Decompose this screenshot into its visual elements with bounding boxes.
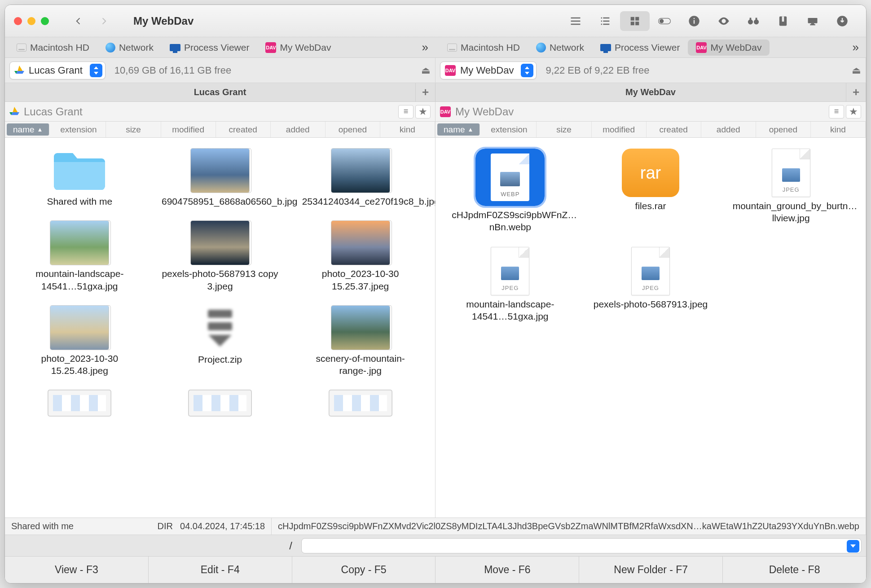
eject-left-icon[interactable]: ⏏: [421, 65, 431, 76]
file-item[interactable]: Project.zip: [159, 306, 281, 377]
file-item[interactable]: Shared with me: [19, 149, 140, 207]
file-item[interactable]: [300, 390, 421, 419]
tab-macintosh-hd[interactable]: Macintosh HD: [9, 37, 97, 57]
preview-icon[interactable]: [709, 11, 739, 31]
webp-icon: WEBP: [475, 149, 545, 206]
cmd-view[interactable]: View - F3: [5, 557, 149, 583]
mini-list-icon[interactable]: ≡: [398, 105, 414, 118]
file-item[interactable]: [159, 390, 281, 419]
file-item[interactable]: JPEGpexels-photo-5687913.jpeg: [590, 247, 711, 323]
file-item[interactable]: JPEGmountain_ground_by_burtn…llview.jpg: [730, 149, 852, 233]
column-opened[interactable]: opened: [326, 122, 380, 137]
cmd-copy[interactable]: Copy - F5: [292, 557, 436, 583]
eject-right-icon[interactable]: ⏏: [852, 65, 861, 76]
stepper-icon[interactable]: [90, 64, 102, 77]
column-added[interactable]: added: [701, 122, 756, 137]
maximize-button[interactable]: [41, 17, 49, 25]
add-tab-left-icon[interactable]: +: [415, 83, 435, 101]
webdav-icon: DAV: [440, 106, 451, 117]
column-modified[interactable]: modified: [161, 122, 216, 137]
cmd-move[interactable]: Move - F6: [436, 557, 579, 583]
cmd-new-folder[interactable]: New Folder - F7: [579, 557, 723, 583]
segment-right[interactable]: My WebDav +: [436, 83, 866, 102]
back-button[interactable]: [65, 11, 91, 31]
image-thumbnail: [331, 221, 390, 265]
drive-selector-right[interactable]: DAV My WebDav: [440, 61, 537, 79]
forward-button[interactable]: [91, 11, 117, 31]
column-name[interactable]: name▲: [7, 123, 49, 136]
file-name: pexels-photo-5687913 copy 3.jpeg: [162, 268, 278, 292]
tab-macintosh-hd[interactable]: Macintosh HD: [439, 37, 528, 57]
view-grid-icon[interactable]: [620, 11, 650, 31]
column-size[interactable]: size: [537, 122, 591, 137]
file-item[interactable]: 25341240344_ce270f19c8_b.jpg: [300, 149, 421, 207]
column-created[interactable]: created: [647, 122, 701, 137]
file-name: mountain-landscape-14541…51gxa.jpg: [21, 268, 138, 292]
cmd-edit[interactable]: Edit - F4: [149, 557, 292, 583]
drive-label: My WebDav: [460, 65, 514, 76]
jpeg-file-icon: JPEG: [772, 149, 810, 197]
binoculars-icon[interactable]: [739, 11, 768, 31]
archive-icon[interactable]: [768, 11, 798, 31]
column-opened[interactable]: opened: [756, 122, 811, 137]
file-item[interactable]: mountain-landscape-14541…51gxa.jpg: [19, 221, 140, 292]
file-item[interactable]: 6904758951_6868a06560_b.jpg: [159, 149, 281, 207]
file-item[interactable]: rarfiles.rar: [590, 149, 711, 233]
pane-left[interactable]: Shared with me6904758951_6868a06560_b.jp…: [5, 138, 436, 518]
svg-rect-13: [810, 24, 815, 25]
webdav-icon: DAV: [265, 42, 276, 53]
minimize-button[interactable]: [27, 17, 35, 25]
download-icon[interactable]: [827, 11, 857, 31]
file-name: photo_2023-10-30 15.25.37.jpeg: [302, 268, 419, 292]
file-item[interactable]: [19, 390, 140, 419]
more-tabs-icon[interactable]: »: [415, 40, 436, 54]
folder-icon: [50, 149, 109, 193]
more-tabs-icon[interactable]: »: [845, 40, 866, 54]
toggle-icon[interactable]: [650, 11, 679, 31]
info-icon[interactable]: [679, 11, 709, 31]
cmd-delete[interactable]: Delete - F8: [723, 557, 866, 583]
column-modified[interactable]: modified: [592, 122, 647, 137]
file-item[interactable]: WEBPcHJpdmF0ZS9sci9pbWFnZ…nBn.webp: [449, 149, 571, 233]
drive-row: Lucas Grant 10,69 GB of 16,11 GB free ⏏ …: [5, 58, 866, 83]
segment-left[interactable]: Lucas Grant +: [5, 83, 436, 102]
column-added[interactable]: added: [271, 122, 326, 137]
file-item[interactable]: photo_2023-10-30 15.25.48.jpeg: [19, 306, 140, 377]
column-size[interactable]: size: [106, 122, 161, 137]
file-item[interactable]: photo_2023-10-30 15.25.37.jpeg: [300, 221, 421, 292]
column-extension[interactable]: extension: [482, 122, 537, 137]
column-created[interactable]: created: [216, 122, 271, 137]
tab-network[interactable]: Network: [97, 37, 162, 57]
crumb-right-label[interactable]: My WebDav: [455, 105, 514, 118]
column-kind[interactable]: kind: [380, 122, 435, 137]
close-button[interactable]: [14, 17, 22, 25]
file-item[interactable]: scenery-of-mountain-range-.jpg: [300, 306, 421, 377]
free-space-right: 9,22 EB of 9,22 EB free: [545, 65, 649, 76]
tab-process-viewer[interactable]: Process Viewer: [592, 37, 688, 57]
server-icon[interactable]: [798, 11, 827, 31]
status-right: cHJpdmF0ZS9sci9pbWFnZXMvd2Vic2l0ZS8yMDIz…: [272, 518, 866, 535]
mini-list-icon[interactable]: ≡: [829, 105, 844, 118]
column-kind[interactable]: kind: [811, 122, 866, 137]
file-item[interactable]: JPEGmountain-landscape-14541…51gxa.jpg: [449, 247, 571, 323]
view-list-compact-icon[interactable]: [561, 11, 590, 31]
crumb-left-label[interactable]: Lucas Grant: [24, 105, 83, 118]
view-list-detail-icon[interactable]: [590, 11, 620, 31]
column-name[interactable]: name▲: [437, 123, 480, 136]
column-extension[interactable]: extension: [51, 122, 106, 137]
file-item[interactable]: pexels-photo-5687913 copy 3.jpeg: [159, 221, 281, 292]
path-dropdown-icon[interactable]: [847, 540, 859, 553]
drive-selector-left[interactable]: Lucas Grant: [9, 61, 106, 79]
favorite-icon[interactable]: ★: [846, 105, 861, 118]
path-input[interactable]: [301, 538, 862, 553]
pane-right[interactable]: WEBPcHJpdmF0ZS9sci9pbWFnZ…nBn.webprarfil…: [436, 138, 866, 518]
tab-network[interactable]: Network: [528, 37, 592, 57]
add-tab-right-icon[interactable]: +: [846, 83, 866, 101]
breadcrumb-right: DAV My WebDav ≡ ★: [436, 102, 866, 122]
tab-my-webdav[interactable]: DAVMy WebDav: [688, 39, 770, 56]
monitor-icon: [600, 44, 611, 51]
tab-my-webdav[interactable]: DAVMy WebDav: [257, 37, 339, 57]
favorite-icon[interactable]: ★: [415, 105, 431, 118]
tab-process-viewer[interactable]: Process Viewer: [162, 37, 258, 57]
stepper-icon[interactable]: [521, 64, 533, 77]
